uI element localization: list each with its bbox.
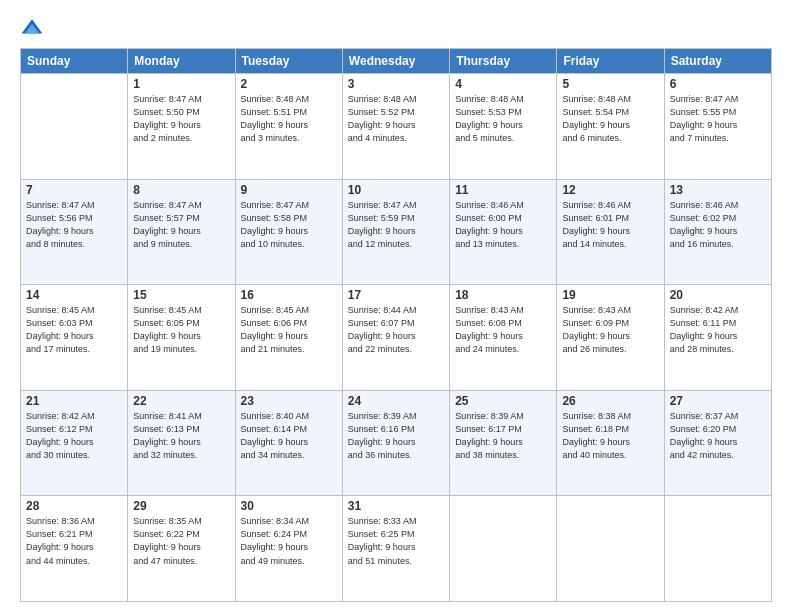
- weekday-header: Thursday: [450, 49, 557, 74]
- calendar-cell: [557, 496, 664, 602]
- day-info: Sunrise: 8:43 AM Sunset: 6:09 PM Dayligh…: [562, 304, 658, 356]
- day-number: 19: [562, 288, 658, 302]
- calendar-cell: 30Sunrise: 8:34 AM Sunset: 6:24 PM Dayli…: [235, 496, 342, 602]
- calendar-cell: 4Sunrise: 8:48 AM Sunset: 5:53 PM Daylig…: [450, 74, 557, 180]
- calendar-cell: 9Sunrise: 8:47 AM Sunset: 5:58 PM Daylig…: [235, 179, 342, 285]
- calendar-cell: 3Sunrise: 8:48 AM Sunset: 5:52 PM Daylig…: [342, 74, 449, 180]
- calendar-cell: 16Sunrise: 8:45 AM Sunset: 6:06 PM Dayli…: [235, 285, 342, 391]
- calendar-week-row: 7Sunrise: 8:47 AM Sunset: 5:56 PM Daylig…: [21, 179, 772, 285]
- calendar-cell: 17Sunrise: 8:44 AM Sunset: 6:07 PM Dayli…: [342, 285, 449, 391]
- day-info: Sunrise: 8:47 AM Sunset: 5:57 PM Dayligh…: [133, 199, 229, 251]
- day-number: 26: [562, 394, 658, 408]
- day-number: 23: [241, 394, 337, 408]
- day-number: 7: [26, 183, 122, 197]
- calendar-cell: [450, 496, 557, 602]
- day-number: 28: [26, 499, 122, 513]
- logo: [20, 16, 48, 40]
- day-number: 18: [455, 288, 551, 302]
- day-number: 4: [455, 77, 551, 91]
- day-number: 29: [133, 499, 229, 513]
- calendar-cell: 29Sunrise: 8:35 AM Sunset: 6:22 PM Dayli…: [128, 496, 235, 602]
- day-info: Sunrise: 8:42 AM Sunset: 6:12 PM Dayligh…: [26, 410, 122, 462]
- calendar-cell: 28Sunrise: 8:36 AM Sunset: 6:21 PM Dayli…: [21, 496, 128, 602]
- calendar-week-row: 28Sunrise: 8:36 AM Sunset: 6:21 PM Dayli…: [21, 496, 772, 602]
- calendar-cell: 8Sunrise: 8:47 AM Sunset: 5:57 PM Daylig…: [128, 179, 235, 285]
- calendar-cell: 31Sunrise: 8:33 AM Sunset: 6:25 PM Dayli…: [342, 496, 449, 602]
- calendar-cell: 1Sunrise: 8:47 AM Sunset: 5:50 PM Daylig…: [128, 74, 235, 180]
- calendar-cell: 25Sunrise: 8:39 AM Sunset: 6:17 PM Dayli…: [450, 390, 557, 496]
- day-number: 8: [133, 183, 229, 197]
- day-info: Sunrise: 8:39 AM Sunset: 6:17 PM Dayligh…: [455, 410, 551, 462]
- day-info: Sunrise: 8:36 AM Sunset: 6:21 PM Dayligh…: [26, 515, 122, 567]
- day-number: 1: [133, 77, 229, 91]
- day-number: 12: [562, 183, 658, 197]
- day-number: 16: [241, 288, 337, 302]
- calendar-cell: 11Sunrise: 8:46 AM Sunset: 6:00 PM Dayli…: [450, 179, 557, 285]
- day-number: 17: [348, 288, 444, 302]
- day-info: Sunrise: 8:47 AM Sunset: 5:59 PM Dayligh…: [348, 199, 444, 251]
- day-info: Sunrise: 8:47 AM Sunset: 5:55 PM Dayligh…: [670, 93, 766, 145]
- weekday-header: Wednesday: [342, 49, 449, 74]
- day-info: Sunrise: 8:44 AM Sunset: 6:07 PM Dayligh…: [348, 304, 444, 356]
- page: SundayMondayTuesdayWednesdayThursdayFrid…: [0, 0, 792, 612]
- calendar-body: 1Sunrise: 8:47 AM Sunset: 5:50 PM Daylig…: [21, 74, 772, 602]
- day-info: Sunrise: 8:37 AM Sunset: 6:20 PM Dayligh…: [670, 410, 766, 462]
- day-info: Sunrise: 8:46 AM Sunset: 6:00 PM Dayligh…: [455, 199, 551, 251]
- day-number: 21: [26, 394, 122, 408]
- day-info: Sunrise: 8:47 AM Sunset: 5:56 PM Dayligh…: [26, 199, 122, 251]
- calendar-cell: 14Sunrise: 8:45 AM Sunset: 6:03 PM Dayli…: [21, 285, 128, 391]
- calendar-header: SundayMondayTuesdayWednesdayThursdayFrid…: [21, 49, 772, 74]
- day-number: 22: [133, 394, 229, 408]
- day-number: 13: [670, 183, 766, 197]
- calendar-cell: 15Sunrise: 8:45 AM Sunset: 6:05 PM Dayli…: [128, 285, 235, 391]
- day-info: Sunrise: 8:47 AM Sunset: 5:50 PM Dayligh…: [133, 93, 229, 145]
- day-info: Sunrise: 8:46 AM Sunset: 6:02 PM Dayligh…: [670, 199, 766, 251]
- calendar-week-row: 14Sunrise: 8:45 AM Sunset: 6:03 PM Dayli…: [21, 285, 772, 391]
- day-info: Sunrise: 8:34 AM Sunset: 6:24 PM Dayligh…: [241, 515, 337, 567]
- day-info: Sunrise: 8:40 AM Sunset: 6:14 PM Dayligh…: [241, 410, 337, 462]
- day-info: Sunrise: 8:45 AM Sunset: 6:05 PM Dayligh…: [133, 304, 229, 356]
- day-info: Sunrise: 8:48 AM Sunset: 5:52 PM Dayligh…: [348, 93, 444, 145]
- weekday-header: Sunday: [21, 49, 128, 74]
- day-info: Sunrise: 8:33 AM Sunset: 6:25 PM Dayligh…: [348, 515, 444, 567]
- day-number: 3: [348, 77, 444, 91]
- day-number: 11: [455, 183, 551, 197]
- calendar-cell: 10Sunrise: 8:47 AM Sunset: 5:59 PM Dayli…: [342, 179, 449, 285]
- weekday-header: Friday: [557, 49, 664, 74]
- day-number: 30: [241, 499, 337, 513]
- day-info: Sunrise: 8:45 AM Sunset: 6:06 PM Dayligh…: [241, 304, 337, 356]
- day-number: 6: [670, 77, 766, 91]
- calendar-cell: 19Sunrise: 8:43 AM Sunset: 6:09 PM Dayli…: [557, 285, 664, 391]
- logo-icon: [20, 16, 44, 40]
- day-number: 14: [26, 288, 122, 302]
- day-number: 2: [241, 77, 337, 91]
- calendar-cell: 12Sunrise: 8:46 AM Sunset: 6:01 PM Dayli…: [557, 179, 664, 285]
- calendar-cell: 24Sunrise: 8:39 AM Sunset: 6:16 PM Dayli…: [342, 390, 449, 496]
- calendar-cell: 13Sunrise: 8:46 AM Sunset: 6:02 PM Dayli…: [664, 179, 771, 285]
- day-info: Sunrise: 8:38 AM Sunset: 6:18 PM Dayligh…: [562, 410, 658, 462]
- weekday-header: Tuesday: [235, 49, 342, 74]
- day-info: Sunrise: 8:48 AM Sunset: 5:53 PM Dayligh…: [455, 93, 551, 145]
- calendar-cell: 7Sunrise: 8:47 AM Sunset: 5:56 PM Daylig…: [21, 179, 128, 285]
- header: [20, 16, 772, 40]
- calendar-cell: 27Sunrise: 8:37 AM Sunset: 6:20 PM Dayli…: [664, 390, 771, 496]
- day-number: 9: [241, 183, 337, 197]
- calendar-cell: 21Sunrise: 8:42 AM Sunset: 6:12 PM Dayli…: [21, 390, 128, 496]
- day-info: Sunrise: 8:35 AM Sunset: 6:22 PM Dayligh…: [133, 515, 229, 567]
- calendar-cell: 2Sunrise: 8:48 AM Sunset: 5:51 PM Daylig…: [235, 74, 342, 180]
- day-info: Sunrise: 8:41 AM Sunset: 6:13 PM Dayligh…: [133, 410, 229, 462]
- weekday-header: Saturday: [664, 49, 771, 74]
- day-info: Sunrise: 8:47 AM Sunset: 5:58 PM Dayligh…: [241, 199, 337, 251]
- calendar-cell: 6Sunrise: 8:47 AM Sunset: 5:55 PM Daylig…: [664, 74, 771, 180]
- calendar-cell: [664, 496, 771, 602]
- day-number: 31: [348, 499, 444, 513]
- day-number: 15: [133, 288, 229, 302]
- day-info: Sunrise: 8:42 AM Sunset: 6:11 PM Dayligh…: [670, 304, 766, 356]
- calendar-cell: 5Sunrise: 8:48 AM Sunset: 5:54 PM Daylig…: [557, 74, 664, 180]
- calendar: SundayMondayTuesdayWednesdayThursdayFrid…: [20, 48, 772, 602]
- day-number: 27: [670, 394, 766, 408]
- calendar-week-row: 21Sunrise: 8:42 AM Sunset: 6:12 PM Dayli…: [21, 390, 772, 496]
- calendar-cell: 20Sunrise: 8:42 AM Sunset: 6:11 PM Dayli…: [664, 285, 771, 391]
- calendar-week-row: 1Sunrise: 8:47 AM Sunset: 5:50 PM Daylig…: [21, 74, 772, 180]
- day-number: 24: [348, 394, 444, 408]
